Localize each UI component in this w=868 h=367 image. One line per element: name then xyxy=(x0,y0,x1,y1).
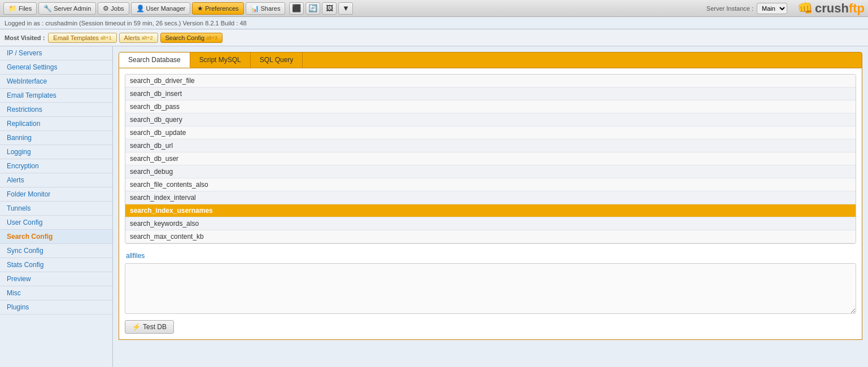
db-row[interactable]: search_debug xyxy=(125,165,856,178)
sidebar-item-email-templates[interactable]: Email Templates xyxy=(0,89,112,103)
sidebar-item-search-config[interactable]: Search Config xyxy=(0,230,112,244)
most-visited-label: Most Visited : xyxy=(5,34,45,41)
status-text: Logged in as : crushadmin (Session timeo… xyxy=(5,20,247,27)
nav-btn-preferences[interactable]: ★Preferences xyxy=(192,2,243,15)
sidebar-item-webinterface[interactable]: WebInterface xyxy=(0,75,112,89)
tab-script-mysql[interactable]: Script MySQL xyxy=(190,53,251,68)
test-db-label: Test DB xyxy=(143,323,167,331)
sidebar-item-stats-config[interactable]: Stats Config xyxy=(0,258,112,272)
sidebar-item-misc[interactable]: Misc xyxy=(0,286,112,300)
email-templates-mv-label: Email Templates xyxy=(53,34,99,41)
preferences-label: Preferences xyxy=(205,5,238,12)
server-admin-label: Server Admin xyxy=(54,5,91,12)
tab-search-database[interactable]: Search Database xyxy=(119,53,190,68)
statusbar: Logged in as : crushadmin (Session timeo… xyxy=(0,17,868,29)
db-row[interactable]: search_db_insert xyxy=(125,88,856,101)
jobs-label: Jobs xyxy=(111,5,124,12)
db-row[interactable]: search_keywords_also xyxy=(125,217,856,230)
db-row[interactable]: search_index_interval xyxy=(125,191,856,204)
sidebar-item-alerts[interactable]: Alerts xyxy=(0,173,112,187)
image-icon[interactable]: 🖼 xyxy=(322,2,337,15)
db-list: search_db_driver_filesearch_db_insertsea… xyxy=(125,74,856,244)
nav-btn-server-admin[interactable]: 🔧Server Admin xyxy=(38,2,96,15)
nav-btn-user-manager[interactable]: 👤User Manager xyxy=(131,2,191,15)
logo-ftp: ftp xyxy=(849,1,865,16)
jobs-icon: ⚙ xyxy=(103,5,109,12)
nav-btn-shares[interactable]: 📊Shares xyxy=(246,2,286,15)
search-config-mv-label: Search Config xyxy=(165,34,205,41)
sidebar-item-plugins[interactable]: Plugins xyxy=(0,300,112,314)
db-row[interactable]: search_db_user xyxy=(125,152,856,165)
monitor-icon[interactable]: ⬛ xyxy=(289,2,304,15)
mv-btn-search-config[interactable]: Search Configalt+3 xyxy=(160,33,223,43)
chevron-down-icon[interactable]: ▼ xyxy=(338,2,353,15)
db-row[interactable]: search_db_update xyxy=(125,126,856,139)
db-row[interactable]: search_db_driver_file xyxy=(125,75,856,88)
logo-crush: crush xyxy=(815,1,849,16)
sidebar-item-restrictions[interactable]: Restrictions xyxy=(0,103,112,117)
alerts-mv-label: Alerts xyxy=(124,34,140,41)
value-textarea[interactable] xyxy=(125,263,856,314)
sidebar-item-banning[interactable]: Banning xyxy=(0,131,112,145)
nav-btn-files[interactable]: 📁Files xyxy=(3,2,37,15)
tab-sql-query[interactable]: SQL Query xyxy=(251,53,303,68)
server-admin-icon: 🔧 xyxy=(43,5,52,12)
panel: search_db_driver_filesearch_db_insertsea… xyxy=(119,68,862,340)
topbar: 📁Files🔧Server Admin⚙Jobs👤User Manager★Pr… xyxy=(0,0,868,17)
logo: 👊 crush ftp xyxy=(797,1,865,16)
mv-buttons: Email Templatesalt+1Alertsalt+2Search Co… xyxy=(48,33,225,43)
user-manager-label: User Manager xyxy=(146,5,186,12)
sidebar-item-encryption[interactable]: Encryption xyxy=(0,159,112,173)
db-row[interactable]: search_max_content_kb xyxy=(125,230,856,243)
sidebar-item-replication[interactable]: Replication xyxy=(0,117,112,131)
sidebar-item-logging[interactable]: Logging xyxy=(0,145,112,159)
sidebar-item-preview[interactable]: Preview xyxy=(0,272,112,286)
icon-buttons: ⬛🔄🖼▼ xyxy=(289,2,355,15)
sidebar-items: IP / ServersGeneral SettingsWebInterface… xyxy=(0,46,112,314)
test-db-icon: ⚡ xyxy=(132,323,141,331)
server-instance-select[interactable]: Main xyxy=(757,3,787,14)
shares-label: Shares xyxy=(261,5,281,12)
test-db-button[interactable]: ⚡ Test DB xyxy=(125,320,174,334)
sidebar: IP / ServersGeneral SettingsWebInterface… xyxy=(0,46,113,367)
mv-btn-alerts[interactable]: Alertsalt+2 xyxy=(119,33,158,43)
content-area: Search DatabaseScript MySQLSQL Query sea… xyxy=(113,46,868,367)
sidebar-item-user-config[interactable]: User Config xyxy=(0,216,112,230)
sidebar-item-tunnels[interactable]: Tunnels xyxy=(0,202,112,216)
nav-btn-jobs[interactable]: ⚙Jobs xyxy=(98,2,129,15)
user-manager-icon: 👤 xyxy=(136,5,145,12)
mv-btn-email-templates[interactable]: Email Templatesalt+1 xyxy=(48,33,116,43)
files-icon: 📁 xyxy=(8,5,17,12)
server-instance: Server Instance : Main xyxy=(706,3,787,14)
alerts-shortcut: alt+2 xyxy=(142,35,153,41)
sidebar-item-folder-monitor[interactable]: Folder Monitor xyxy=(0,187,112,202)
sidebar-item-sync-config[interactable]: Sync Config xyxy=(0,244,112,258)
db-row[interactable]: search_index_usernames xyxy=(125,204,856,217)
db-row[interactable]: search_db_url xyxy=(125,139,856,152)
mostvisited-bar: Most Visited : Email Templatesalt+1Alert… xyxy=(0,29,868,46)
nav-buttons: 📁Files🔧Server Admin⚙Jobs👤User Manager★Pr… xyxy=(3,2,287,15)
shares-icon: 📊 xyxy=(251,5,259,12)
value-label: allfiles xyxy=(125,250,856,262)
sidebar-item-ip-servers[interactable]: IP / Servers xyxy=(0,46,112,60)
tab-bar: Search DatabaseScript MySQLSQL Query xyxy=(119,52,862,68)
main-layout: IP / ServersGeneral SettingsWebInterface… xyxy=(0,46,868,367)
db-row[interactable]: search_db_pass xyxy=(125,101,856,113)
preferences-icon: ★ xyxy=(197,5,203,12)
db-row[interactable]: search_db_query xyxy=(125,113,856,126)
refresh-icon[interactable]: 🔄 xyxy=(306,2,320,15)
sidebar-item-general-settings[interactable]: General Settings xyxy=(0,60,112,75)
files-label: Files xyxy=(19,5,32,12)
db-row[interactable]: search_file_contents_also xyxy=(125,178,856,191)
email-templates-shortcut: alt+1 xyxy=(101,35,112,41)
search-config-shortcut: alt+3 xyxy=(206,35,217,41)
server-instance-label: Server Instance : xyxy=(706,5,753,12)
